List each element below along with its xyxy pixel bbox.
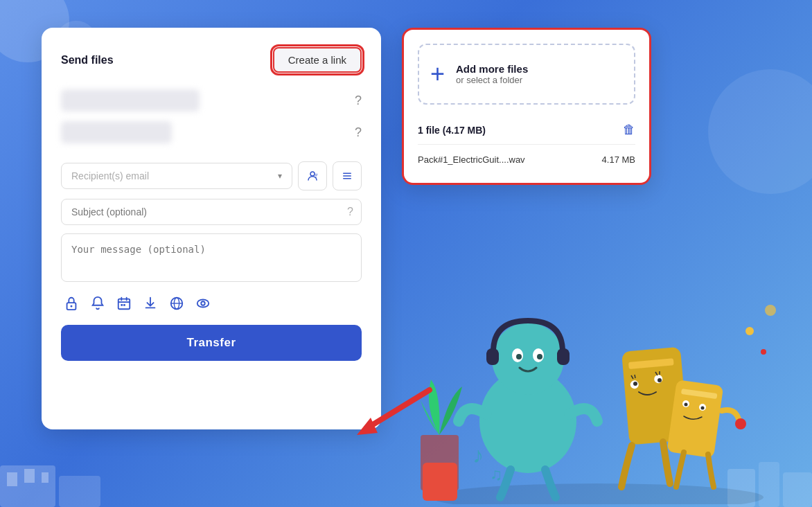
file-panel: + Add more files or select a folder 1 fi…: [402, 28, 651, 185]
list-icon: [341, 170, 353, 182]
drop-zone-subtitle: or select a folder: [456, 75, 528, 85]
globe-icon[interactable]: [169, 296, 184, 311]
eye-icon[interactable]: [195, 296, 211, 311]
file-size: 4.17 MB: [602, 154, 635, 165]
subject-input[interactable]: [61, 199, 362, 225]
svg-rect-8: [71, 305, 73, 308]
drop-zone[interactable]: + Add more files or select a folder: [418, 44, 635, 105]
svg-rect-6: [343, 178, 351, 179]
blurred-field-1: [61, 89, 200, 112]
chevron-down-icon[interactable]: ▾: [278, 171, 282, 181]
message-input[interactable]: [61, 233, 362, 282]
trash-icon[interactable]: 🗑: [623, 123, 635, 137]
svg-rect-10: [121, 304, 123, 306]
plus-icon: +: [430, 62, 445, 87]
svg-rect-3: [315, 177, 317, 178]
form-panel: Send files Create a link ? ? Recipient(s…: [42, 28, 381, 429]
download-icon[interactable]: [143, 296, 158, 311]
svg-rect-5: [343, 175, 351, 177]
recipient-row: Recipient(s) email ▾: [61, 161, 362, 190]
subject-help-icon: ?: [347, 206, 353, 218]
file-info-row: 1 file (4.17 MB) 🗑: [418, 116, 635, 145]
lock-icon[interactable]: [64, 296, 79, 311]
help-icon-2: ?: [355, 125, 362, 140]
file-item: Pack#1_ElectricGuit....wav 4.17 MB: [418, 150, 635, 169]
tab-create-link[interactable]: Create a link: [273, 47, 362, 73]
svg-point-0: [310, 172, 315, 176]
drop-zone-title: Add more files: [456, 63, 528, 75]
svg-rect-11: [123, 304, 125, 306]
contacts-icon: [306, 170, 319, 182]
calendar-icon[interactable]: [116, 296, 132, 311]
svg-point-14: [197, 300, 209, 308]
svg-point-15: [201, 301, 205, 305]
contacts-icon-btn[interactable]: [298, 161, 327, 190]
icon-toolbar: [61, 296, 362, 311]
file-name: Pack#1_ElectricGuit....wav: [418, 154, 525, 165]
drop-zone-text: Add more files or select a folder: [456, 63, 528, 85]
notification-icon[interactable]: [90, 296, 105, 311]
recipient-input-wrapper[interactable]: Recipient(s) email ▾: [61, 163, 292, 189]
list-icon-btn[interactable]: [333, 161, 362, 190]
recipient-placeholder: Recipient(s) email: [71, 170, 149, 181]
transfer-button[interactable]: Transfer: [61, 325, 362, 361]
tab-send-files[interactable]: Send files: [61, 48, 125, 72]
main-container: Send files Create a link ? ? Recipient(s…: [0, 0, 812, 507]
svg-rect-2: [315, 175, 317, 176]
file-count-label: 1 file (4.17 MB): [418, 125, 486, 136]
svg-rect-4: [343, 173, 351, 175]
blurred-field-2: [61, 121, 172, 143]
help-icon-1: ?: [355, 94, 362, 108]
blurred-fields-group: ? ?: [61, 89, 362, 150]
svg-rect-1: [315, 174, 318, 175]
tabs-container: Send files Create a link: [61, 47, 362, 73]
